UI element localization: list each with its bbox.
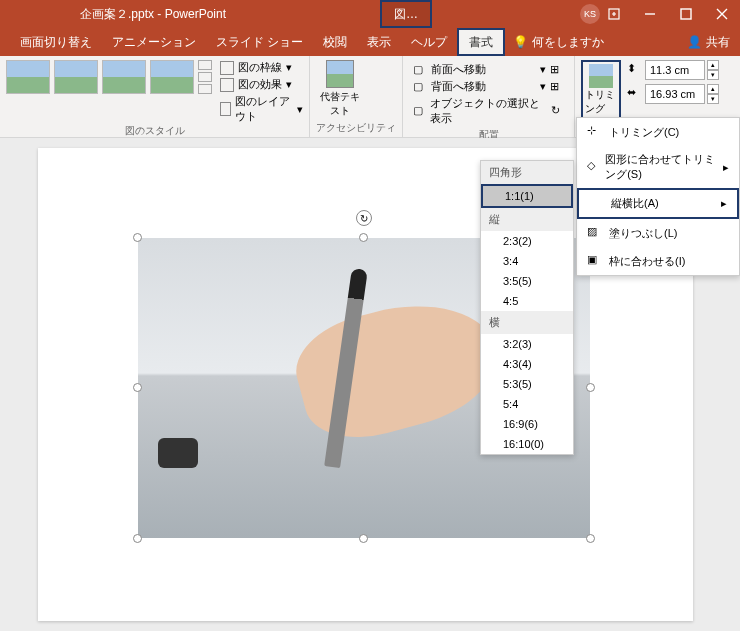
height-icon: ⬍: [627, 62, 643, 78]
photo-hand: [286, 284, 510, 452]
aspect-item[interactable]: 4:5: [481, 291, 573, 311]
close-button[interactable]: [704, 0, 740, 28]
height-input-row: ⬍ ▴▾: [627, 60, 719, 80]
share-label: 共有: [706, 34, 730, 51]
crop-menu-shape[interactable]: ◇図形に合わせてトリミング(S)▸: [577, 146, 739, 188]
bring-forward-button[interactable]: ▢前面へ移動▾⊞: [413, 62, 564, 77]
tab-format[interactable]: 書式: [457, 28, 505, 56]
picture-effects-button[interactable]: 図の効果▾: [220, 77, 303, 92]
crop-icon: [589, 64, 613, 88]
aspect-header-portrait: 縦: [481, 208, 573, 231]
send-backward-icon: ▢: [413, 80, 427, 94]
resize-handle-s[interactable]: [359, 534, 368, 543]
ribbon-tabs: 画面切り替え アニメーション スライド ショー 校閲 表示 ヘルプ 書式 💡 何…: [0, 28, 740, 56]
align-icon: ⊞: [550, 63, 564, 77]
chevron-right-icon: ▸: [721, 197, 727, 210]
aspect-header-square: 四角形: [481, 161, 573, 184]
aspect-item[interactable]: 2:3(2): [481, 231, 573, 251]
tab-animations[interactable]: アニメーション: [102, 28, 206, 56]
aspect-item[interactable]: 3:4: [481, 251, 573, 271]
svg-rect-1: [681, 9, 691, 19]
picture-style-gallery[interactable]: [6, 60, 212, 94]
fill-icon: ▨: [587, 225, 603, 241]
crop-icon: ⊹: [587, 124, 603, 140]
crop-menu-aspect-ratio[interactable]: 縦横比(A)▸: [577, 188, 739, 219]
chevron-right-icon: ▸: [723, 161, 729, 174]
aspect-item[interactable]: 16:9(6): [481, 414, 573, 434]
tab-review[interactable]: 校閲: [313, 28, 357, 56]
picture-layout-button[interactable]: 図のレイアウト▾: [220, 94, 303, 124]
height-spinner[interactable]: ▴▾: [707, 60, 719, 80]
style-thumb[interactable]: [54, 60, 98, 94]
selection-pane-button[interactable]: ▢オブジェクトの選択と表示↻: [413, 96, 564, 126]
resize-handle-sw[interactable]: [133, 534, 142, 543]
rotate-handle[interactable]: ↻: [356, 210, 372, 226]
chevron-down-icon: ▾: [297, 103, 303, 116]
arrange-group: ▢前面へ移動▾⊞ ▢背面へ移動▾⊞ ▢オブジェクトの選択と表示↻ 配置: [403, 56, 575, 137]
resize-handle-n[interactable]: [359, 233, 368, 242]
resize-handle-e[interactable]: [586, 383, 595, 392]
style-thumb[interactable]: [6, 60, 50, 94]
tab-help[interactable]: ヘルプ: [401, 28, 457, 56]
share-button[interactable]: 👤 共有: [687, 34, 730, 51]
photo-object: [158, 438, 198, 468]
tab-view[interactable]: 表示: [357, 28, 401, 56]
chevron-down-icon: ▾: [286, 78, 292, 91]
send-backward-button[interactable]: ▢背面へ移動▾⊞: [413, 79, 564, 94]
ribbon-options-button[interactable]: [596, 0, 632, 28]
resize-handle-nw[interactable]: [133, 233, 142, 242]
effects-icon: [220, 78, 234, 92]
gallery-more-button[interactable]: [198, 60, 212, 94]
minimize-button[interactable]: [632, 0, 668, 28]
picture-border-button[interactable]: 図の枠線▾: [220, 60, 303, 75]
alt-text-button[interactable]: 代替テキスト: [316, 60, 364, 118]
group-label: 図のスタイル: [6, 124, 303, 138]
titlebar: 企画案２.pptx - PowerPoint 図… KS: [0, 0, 740, 28]
crop-menu-fill[interactable]: ▨塗りつぶし(L): [577, 219, 739, 247]
maximize-button[interactable]: [668, 0, 704, 28]
alt-text-icon: [326, 60, 354, 88]
fit-icon: ▣: [587, 253, 603, 269]
crop-dropdown-menu: ⊹トリミング(C) ◇図形に合わせてトリミング(S)▸ 縦横比(A)▸ ▨塗りつ…: [576, 117, 740, 276]
style-thumb[interactable]: [102, 60, 146, 94]
window-title: 企画案２.pptx - PowerPoint: [80, 6, 226, 23]
aspect-header-landscape: 横: [481, 311, 573, 334]
crop-menu-crop[interactable]: ⊹トリミング(C): [577, 118, 739, 146]
width-spinner[interactable]: ▴▾: [707, 84, 719, 104]
accessibility-group: 代替テキスト アクセシビリティ: [310, 56, 403, 137]
style-thumb[interactable]: [150, 60, 194, 94]
tell-me-label: 何をしますか: [532, 34, 604, 51]
bring-forward-icon: ▢: [413, 63, 427, 77]
aspect-item[interactable]: 5:4: [481, 394, 573, 414]
border-icon: [220, 61, 234, 75]
aspect-item[interactable]: 16:10(0): [481, 434, 573, 454]
layout-icon: [220, 102, 231, 116]
group-label: アクセシビリティ: [316, 121, 396, 135]
resize-handle-se[interactable]: [586, 534, 595, 543]
aspect-item[interactable]: 4:3(4): [481, 354, 573, 374]
aspect-item[interactable]: 5:3(5): [481, 374, 573, 394]
crop-menu-fit[interactable]: ▣枠に合わせる(I): [577, 247, 739, 275]
shape-icon: ◇: [587, 159, 599, 175]
rotate-icon: ↻: [551, 104, 564, 118]
width-icon: ⬌: [627, 86, 643, 102]
window-controls: [596, 0, 740, 28]
aspect-item-1-1[interactable]: 1:1(1): [481, 184, 573, 208]
aspect-item[interactable]: 3:2(3): [481, 334, 573, 354]
selection-icon: ▢: [413, 104, 426, 118]
width-input-row: ⬌ ▴▾: [627, 84, 719, 104]
share-icon: 👤: [687, 35, 702, 49]
height-input[interactable]: [645, 60, 705, 80]
chevron-down-icon: ▾: [286, 61, 292, 74]
lightbulb-icon: 💡: [513, 35, 528, 49]
picture-tools-context-tab[interactable]: 図…: [380, 0, 432, 28]
aspect-ratio-submenu: 四角形 1:1(1) 縦 2:3(2) 3:4 3:5(5) 4:5 横 3:2…: [480, 160, 574, 455]
group-icon: ⊞: [550, 80, 564, 94]
tab-transitions[interactable]: 画面切り替え: [10, 28, 102, 56]
aspect-item[interactable]: 3:5(5): [481, 271, 573, 291]
picture-styles-group: 図の枠線▾ 図の効果▾ 図のレイアウト▾ 図のスタイル: [0, 56, 310, 137]
resize-handle-w[interactable]: [133, 383, 142, 392]
tell-me[interactable]: 💡 何をしますか: [513, 34, 604, 51]
tab-slideshow[interactable]: スライド ショー: [206, 28, 313, 56]
width-input[interactable]: [645, 84, 705, 104]
